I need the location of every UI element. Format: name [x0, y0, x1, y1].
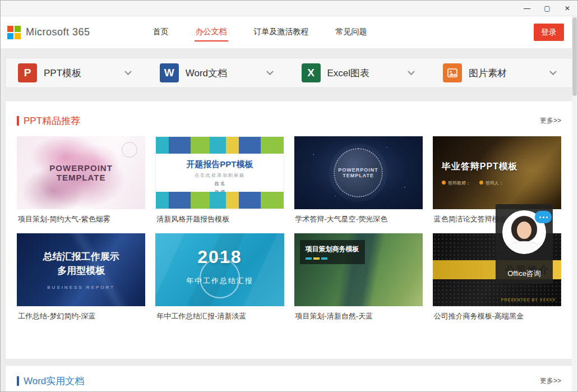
template-card[interactable]: POWERPOINT TEMPLATE 学术答辩-大气星空-荧光深色 — [294, 136, 423, 224]
template-thumbnail[interactable]: 项目策划商务模板 — [294, 233, 423, 306]
thumbnail-title: 总结汇报工作展示 多用型模板 — [17, 250, 145, 278]
login-button[interactable]: 登录 — [534, 24, 564, 41]
template-caption[interactable]: 年中工作总结汇报-清新淡蓝 — [155, 306, 284, 321]
window-titlebar: — ▢ ✕ — [1, 1, 577, 16]
thumbnail-meta: 答辩教师： 答辩人： — [442, 180, 503, 186]
thumbnail-title: POWERPOINT TEMPLATE — [338, 167, 378, 178]
template-caption[interactable]: 项目策划-简约大气-紫色烟雾 — [17, 209, 145, 224]
category-label: 图片素材 — [469, 67, 507, 80]
category-excel-charts[interactable]: X Excel图表 — [289, 58, 431, 87]
maximize-icon[interactable]: ▢ — [537, 1, 557, 16]
more-link[interactable]: 更多>> — [540, 376, 561, 386]
template-thumbnail[interactable]: 毕业答辩PPT模板 答辩教师： 答辩人： — [433, 136, 561, 209]
category-image-assets[interactable]: 图片素材 — [431, 58, 572, 87]
thumbnail-title: 开题报告PPT模板 — [156, 159, 283, 170]
word-section: Word实用文档 更多>> — [5, 365, 573, 392]
thumbnail-title: 项目策划商务模板 — [306, 245, 359, 254]
thumbnail-subtitle: BUSINESS REPORT — [17, 285, 145, 290]
ppt-section: PPT精品推荐 更多>> POWERPOINT TEMPLATE 项目策划-简约… — [5, 100, 573, 359]
template-card[interactable]: POWERPOINT TEMPLATE 项目策划-简约大气-紫色烟雾 — [17, 136, 145, 224]
chevron-down-icon — [408, 68, 415, 75]
thumbnail-title: 毕业答辩PPT模板 — [442, 161, 518, 173]
meta-line: 姓 名 — [156, 179, 283, 188]
template-caption[interactable]: 工作总结-梦幻简约-深蓝 — [17, 306, 145, 321]
template-thumbnail[interactable]: 开题报告PPT模板 点击此处添加副标题 姓 名 导 师 — [155, 136, 284, 209]
stripe-decoration — [156, 137, 283, 154]
category-label: Excel图表 — [327, 67, 370, 80]
color-bars-decoration — [306, 257, 359, 260]
avatar-shirt — [507, 241, 541, 254]
app-window: — ▢ ✕ Microsoft 365 首页 办公文档 订单及激活教程 常见问题… — [0, 0, 578, 392]
section-accent-bar — [17, 116, 19, 126]
thumbnail-title: POWERPOINT TEMPLATE — [17, 163, 145, 182]
template-caption[interactable]: 公司推介商务模板-高端黑金 — [433, 306, 561, 321]
category-word-docs[interactable]: W Word文档 — [147, 58, 289, 87]
powerpoint-icon: P — [18, 63, 37, 82]
word-section-header: Word实用文档 更多>> — [6, 366, 572, 392]
template-thumbnail[interactable]: 2018 年中工作总结汇报 — [155, 233, 284, 306]
circle-decoration: POWERPOINT TEMPLATE — [334, 148, 383, 197]
template-caption[interactable]: 项目策划-清新自然-天蓝 — [294, 306, 423, 321]
scrollbar-thumb[interactable] — [572, 17, 577, 96]
meta-line: 答辩教师： — [442, 180, 470, 186]
chat-label: Office咨询 — [496, 269, 553, 279]
excel-icon: X — [302, 63, 321, 82]
title-box: 项目策划商务模板 — [300, 240, 365, 264]
minimize-icon[interactable]: — — [517, 1, 537, 16]
section-title: Word实用文档 — [24, 375, 84, 388]
close-icon[interactable]: ✕ — [557, 1, 577, 16]
more-link[interactable]: 更多>> — [540, 116, 561, 126]
chat-widget[interactable]: Office咨询 — [496, 204, 553, 284]
word-icon: W — [160, 63, 179, 82]
chat-bubble-icon — [535, 211, 552, 223]
thumbnail-subtitle: 年中工作总结汇报 — [155, 276, 284, 286]
template-card[interactable]: 项目策划商务模板 项目策划-清新自然-天蓝 — [294, 233, 423, 321]
category-bar: P PPT模板 W Word文档 X Excel图表 图片素材 — [5, 58, 573, 88]
stripe-decoration — [156, 192, 283, 209]
thumbnail-subtitle: PRESENTED BY XXXXX — [501, 298, 556, 302]
chevron-down-icon — [266, 68, 274, 75]
logo-text: Microsoft 365 — [26, 26, 90, 38]
template-card[interactable]: 开题报告PPT模板 点击此处添加副标题 姓 名 导 师 清新风格开题报告模板 — [155, 136, 284, 224]
microsoft-logo-icon — [7, 26, 21, 39]
category-label: Word文档 — [186, 67, 227, 80]
nav-item-orders[interactable]: 订单及激活教程 — [253, 24, 310, 41]
template-card[interactable]: 总结汇报工作展示 多用型模板 BUSINESS REPORT 工作总结-梦幻简约… — [17, 233, 145, 321]
template-thumbnail[interactable]: POWERPOINT TEMPLATE — [17, 136, 145, 209]
nav-item-home[interactable]: 首页 — [152, 24, 170, 41]
avatar-face — [517, 222, 531, 239]
template-thumbnail[interactable]: POWERPOINT TEMPLATE — [294, 136, 423, 209]
chevron-down-icon — [124, 68, 132, 75]
microsoft-365-logo[interactable]: Microsoft 365 — [7, 26, 90, 39]
category-ppt-templates[interactable]: P PPT模板 — [6, 58, 147, 87]
scrollbar-track[interactable] — [572, 16, 577, 391]
category-label: PPT模板 — [44, 67, 81, 80]
nav-item-office-docs[interactable]: 办公文档 — [195, 24, 228, 41]
site-header: Microsoft 365 首页 办公文档 订单及激活教程 常见问题 登录 — [1, 16, 577, 48]
image-icon — [443, 63, 462, 82]
thumbnail-subtitle: 点击此处添加副标题 — [156, 172, 283, 178]
nav-item-faq[interactable]: 常见问题 — [335, 24, 368, 41]
meta-line: 答辩人： — [479, 180, 503, 186]
template-card[interactable]: 2018 年中工作总结汇报 年中工作总结汇报-清新淡蓝 — [155, 233, 284, 321]
template-caption[interactable]: 清新风格开题报告模板 — [155, 209, 284, 224]
ppt-section-header: PPT精品推荐 更多>> — [6, 101, 572, 136]
section-title: PPT精品推荐 — [24, 114, 80, 127]
main-nav: 首页 办公文档 订单及激活教程 常见问题 — [152, 24, 368, 41]
template-caption[interactable]: 学术答辩-大气星空-荧光深色 — [294, 209, 423, 224]
template-grid: POWERPOINT TEMPLATE 项目策划-简约大气-紫色烟雾 开题报告P… — [6, 136, 572, 321]
section-accent-bar — [17, 376, 19, 386]
chevron-down-icon — [549, 68, 557, 75]
thumbnail-title: 2018 — [155, 247, 284, 268]
template-thumbnail[interactable]: 总结汇报工作展示 多用型模板 BUSINESS REPORT — [17, 233, 145, 306]
